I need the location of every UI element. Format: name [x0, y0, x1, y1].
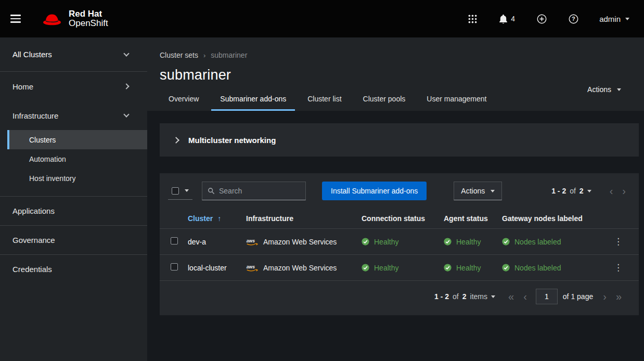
- pager-controls: « ‹ of 1 page › »: [504, 289, 626, 304]
- caret-down-icon: [617, 88, 621, 91]
- tab-submariner-add-ons[interactable]: Submariner add-ons: [211, 90, 295, 111]
- help-button[interactable]: ?: [568, 13, 579, 25]
- bulk-select-dropdown[interactable]: [168, 183, 192, 200]
- pagination-range: 1 - 2: [434, 292, 449, 301]
- row-checkbox[interactable]: [171, 237, 178, 244]
- sidebar-item-clusters[interactable]: Clusters: [7, 130, 147, 149]
- bell-icon: [499, 14, 508, 24]
- gateway-nodes-link[interactable]: Nodes labeled: [514, 264, 561, 272]
- check-circle-icon: [502, 238, 510, 246]
- caret-down-icon: [625, 18, 629, 20]
- pagination-total: 2: [462, 292, 467, 301]
- connection-status-link[interactable]: Healthy: [374, 264, 398, 272]
- sidebar-item-infrastructure[interactable]: Infrastructure: [0, 101, 147, 130]
- sort-by-cluster-button[interactable]: Cluster ↑: [188, 214, 221, 223]
- breadcrumb-separator-icon: ›: [203, 51, 205, 59]
- column-header-gateway-nodes: Gateway nodes labeled: [498, 209, 607, 229]
- sidebar-item-credentials[interactable]: Credentials: [0, 254, 147, 283]
- multicluster-networking-expandable[interactable]: Multicluster networking: [160, 123, 639, 157]
- agent-status-link[interactable]: Healthy: [456, 264, 481, 272]
- sidebar-item-label: Governance: [12, 236, 55, 244]
- svg-text:aws: aws: [247, 264, 255, 269]
- prev-page-button[interactable]: ‹: [605, 185, 618, 197]
- next-page-button[interactable]: ›: [598, 290, 611, 303]
- tab-user-management[interactable]: User management: [418, 90, 495, 111]
- brand-logo: Red Hat OpenShift: [41, 9, 108, 29]
- page-header: Cluster sets › submariner submariner Act…: [147, 37, 644, 111]
- next-page-button[interactable]: ›: [617, 185, 630, 197]
- page-number-input[interactable]: [536, 289, 558, 304]
- notifications-button[interactable]: 4: [498, 13, 516, 25]
- connection-status-link[interactable]: Healthy: [374, 238, 398, 246]
- header-actions-column: [607, 209, 639, 229]
- select-all-checkbox[interactable]: [172, 187, 179, 195]
- gateway-nodes-cell: Nodes labeled: [502, 264, 603, 272]
- connection-status-cell: Healthy: [362, 264, 435, 272]
- breadcrumb-cluster-sets-link[interactable]: Cluster sets: [160, 51, 198, 59]
- app: Red Hat OpenShift 4: [0, 0, 644, 361]
- pagination-range: 1 - 2: [551, 187, 566, 195]
- page-actions-label: Actions: [587, 85, 611, 94]
- header-checkbox-column: [160, 209, 184, 229]
- question-circle-icon: ?: [569, 14, 578, 24]
- sidebar-item-governance[interactable]: Governance: [0, 225, 147, 254]
- table-actions-label: Actions: [461, 187, 485, 195]
- search-icon: [208, 187, 215, 195]
- first-page-button[interactable]: «: [504, 290, 519, 303]
- pagination-items-menu[interactable]: 1 - 2 of 2 items: [434, 292, 495, 301]
- sidebar-item-applications[interactable]: Applications: [0, 196, 147, 225]
- check-circle-icon: [362, 264, 369, 272]
- row-kebab-menu[interactable]: ⋮: [611, 262, 625, 273]
- tab-cluster-pools[interactable]: Cluster pools: [354, 90, 415, 111]
- gateway-nodes-link[interactable]: Nodes labeled: [514, 238, 561, 246]
- pagination-total: 2: [579, 187, 584, 195]
- aws-icon: aws: [246, 264, 259, 272]
- search-box: [202, 182, 306, 200]
- username: admin: [599, 15, 621, 23]
- column-header-infrastructure: Infrastructure: [242, 209, 357, 229]
- table-actions-dropdown[interactable]: Actions: [454, 182, 502, 200]
- row-kebab-menu[interactable]: ⋮: [611, 236, 625, 247]
- pagination-top: 1 - 2 of 2 ‹ ›: [551, 185, 630, 197]
- plus-circle-icon: [537, 14, 547, 24]
- agent-status-link[interactable]: Healthy: [456, 238, 481, 246]
- sidebar: All Clusters Home Infrastructure Cluster…: [0, 37, 147, 361]
- sidebar-item-host-inventory[interactable]: Host inventory: [7, 169, 147, 188]
- aws-icon: aws: [246, 238, 259, 246]
- create-button[interactable]: [536, 13, 548, 25]
- cluster-switcher-dropdown[interactable]: All Clusters: [0, 37, 147, 72]
- sort-ascending-icon: ↑: [217, 214, 221, 223]
- sidebar-item-home[interactable]: Home: [0, 72, 147, 101]
- tab-cluster-list[interactable]: Cluster list: [299, 90, 350, 111]
- caret-down-icon: [587, 190, 591, 192]
- sidebar-item-label: Applications: [12, 207, 55, 215]
- table-row: local-cluster aws Amazon Web Servi: [160, 255, 639, 281]
- last-page-button[interactable]: »: [611, 290, 626, 303]
- brand-line2: OpenShift: [69, 19, 108, 28]
- app-launcher-button[interactable]: [467, 14, 478, 24]
- sidebar-item-automation[interactable]: Automation: [7, 149, 147, 169]
- agent-status-cell: Healthy: [444, 238, 494, 246]
- chevron-right-icon: [123, 83, 129, 89]
- hamburger-icon: [10, 15, 21, 16]
- search-input[interactable]: [219, 187, 300, 195]
- user-menu[interactable]: admin: [599, 15, 629, 23]
- page-count-label: of 1 page: [563, 292, 593, 301]
- chevron-down-icon: [123, 50, 129, 56]
- pagination-bottom: 1 - 2 of 2 items « ‹ of 1 page ›: [160, 281, 639, 315]
- prev-page-button[interactable]: ‹: [519, 290, 532, 303]
- page-actions-dropdown[interactable]: Actions: [587, 85, 621, 94]
- caret-down-icon: [185, 189, 189, 192]
- cluster-switcher-label: All Clusters: [12, 50, 52, 59]
- page-title: submariner: [160, 67, 629, 83]
- column-header-agent-status: Agent status: [440, 209, 498, 229]
- expand-chevron-icon: [173, 137, 179, 144]
- gateway-nodes-cell: Nodes labeled: [502, 238, 603, 246]
- nav-toggle-button[interactable]: [9, 11, 22, 26]
- table-header-row: Cluster ↑ Infrastructure Connection stat…: [160, 209, 639, 229]
- install-submariner-addons-button[interactable]: Install Submariner add-ons: [322, 182, 427, 200]
- row-checkbox[interactable]: [171, 263, 178, 270]
- masthead: Red Hat OpenShift 4: [0, 0, 644, 37]
- pagination-options-menu[interactable]: 1 - 2 of 2: [551, 187, 591, 195]
- tab-overview[interactable]: Overview: [160, 90, 208, 111]
